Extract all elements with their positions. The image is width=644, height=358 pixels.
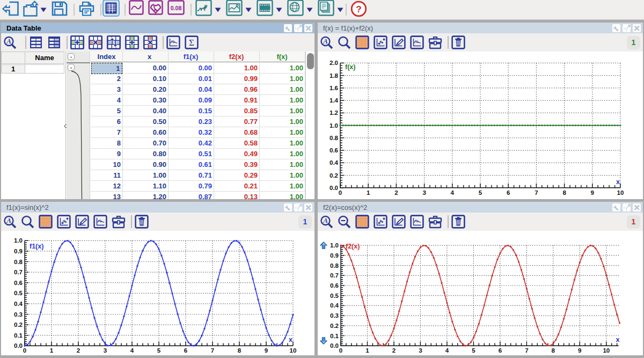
svg-text:A: A <box>323 216 328 224</box>
svg-text:3: 3 <box>104 347 107 354</box>
svg-text:8: 8 <box>552 347 555 354</box>
svg-text:0.4: 0.4 <box>14 301 23 307</box>
svg-text:6: 6 <box>507 189 510 196</box>
svg-text:3: 3 <box>422 189 426 196</box>
svg-text:x: x <box>289 336 292 344</box>
svg-text:4: 4 <box>451 189 455 196</box>
svg-text:4: 4 <box>130 347 134 354</box>
svg-text:0.0: 0.0 <box>330 342 339 349</box>
svg-text:2.0: 2.0 <box>330 60 338 66</box>
svg-text:Σ: Σ <box>189 38 194 48</box>
svg-text:1.0: 1.0 <box>330 242 339 249</box>
svg-text:1: 1 <box>367 189 370 196</box>
svg-text:8: 8 <box>562 189 566 196</box>
svg-text:1: 1 <box>365 347 369 354</box>
svg-text:7: 7 <box>211 347 214 354</box>
svg-text:0.2: 0.2 <box>330 172 338 179</box>
svg-text:A: A <box>6 37 11 45</box>
svg-text:1.6: 1.6 <box>330 85 338 91</box>
svg-text:6: 6 <box>184 347 187 354</box>
svg-text:f1(x): f1(x) <box>30 243 43 250</box>
svg-text:0.5: 0.5 <box>330 293 339 299</box>
svg-text:1.4: 1.4 <box>330 97 339 104</box>
svg-text:5: 5 <box>157 347 161 354</box>
svg-text:0.1: 0.1 <box>330 333 339 339</box>
svg-text:0.7: 0.7 <box>330 272 339 279</box>
svg-text:1.2: 1.2 <box>330 109 338 116</box>
svg-text:8: 8 <box>238 347 241 354</box>
svg-text:0.3: 0.3 <box>14 311 23 318</box>
svg-text:A: A <box>6 216 11 224</box>
svg-text:0: 0 <box>339 189 342 196</box>
svg-text:0.8: 0.8 <box>330 135 339 141</box>
svg-text:9: 9 <box>265 347 268 354</box>
svg-text:7: 7 <box>525 347 528 354</box>
svg-text:x: x <box>616 336 620 344</box>
svg-text:0.6: 0.6 <box>14 280 23 286</box>
svg-text:6: 6 <box>499 347 502 354</box>
svg-text:A: A <box>323 37 328 45</box>
svg-text:0.8: 0.8 <box>14 259 23 265</box>
svg-text:0.0: 0.0 <box>14 342 23 349</box>
svg-text:0: 0 <box>23 347 26 354</box>
svg-text:3: 3 <box>419 347 422 354</box>
svg-text:0: 0 <box>339 347 342 354</box>
svg-text:10: 10 <box>617 189 624 196</box>
svg-text:10: 10 <box>290 347 297 354</box>
svg-text:1.0: 1.0 <box>14 237 23 244</box>
svg-text:?: ? <box>356 4 361 14</box>
svg-text:f(x): f(x) <box>345 63 355 71</box>
svg-text:2: 2 <box>392 347 396 354</box>
svg-text:0.4: 0.4 <box>330 302 339 309</box>
svg-text:0.2: 0.2 <box>14 322 23 328</box>
svg-text:9: 9 <box>591 189 594 196</box>
svg-text:1.8: 1.8 <box>330 72 339 79</box>
svg-text:0.6: 0.6 <box>330 147 338 154</box>
svg-text:0.5: 0.5 <box>14 290 23 296</box>
svg-text:x: x <box>616 178 620 186</box>
svg-text:2: 2 <box>77 347 80 354</box>
svg-text:10: 10 <box>603 347 610 354</box>
svg-text:0.3: 0.3 <box>330 312 339 319</box>
svg-text:0.2: 0.2 <box>330 323 339 329</box>
svg-text:f2(x): f2(x) <box>346 243 360 250</box>
svg-text:5: 5 <box>479 189 482 196</box>
svg-text:4: 4 <box>445 347 449 354</box>
svg-text:0.6: 0.6 <box>330 282 339 289</box>
svg-text:1.0: 1.0 <box>330 122 338 129</box>
svg-text:2: 2 <box>394 189 398 196</box>
svg-text:1: 1 <box>50 347 54 354</box>
svg-text:9: 9 <box>578 347 581 354</box>
svg-text:0.8: 0.8 <box>330 262 339 269</box>
svg-text:0.1: 0.1 <box>14 332 23 339</box>
svg-text:0.9: 0.9 <box>330 252 339 259</box>
svg-text:0.08: 0.08 <box>171 5 182 11</box>
svg-text:5: 5 <box>472 347 475 354</box>
svg-text:0.7: 0.7 <box>14 269 23 275</box>
svg-text:0.0: 0.0 <box>330 185 338 191</box>
svg-text:0.4: 0.4 <box>330 159 339 166</box>
svg-text:0.9: 0.9 <box>14 248 23 254</box>
svg-text:7: 7 <box>535 189 538 196</box>
